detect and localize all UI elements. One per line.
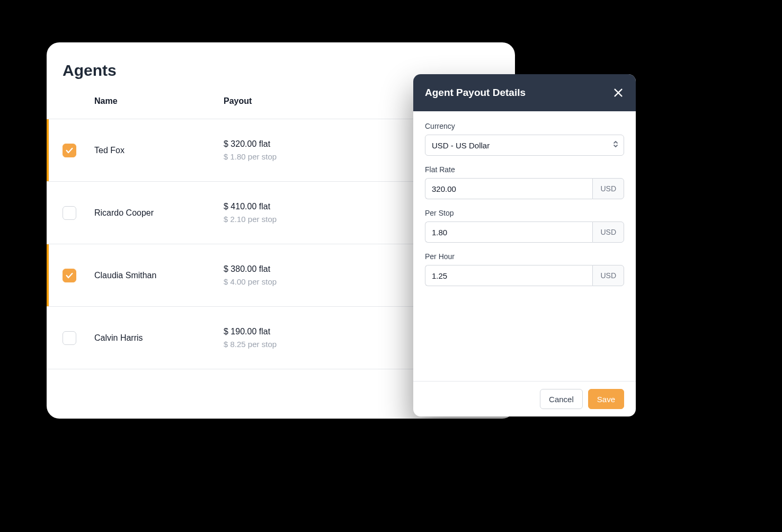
row-checkbox[interactable]: [63, 144, 76, 157]
column-header-name: Name: [94, 96, 224, 106]
save-button[interactable]: Save: [588, 389, 624, 409]
per-stop-label: Per Stop: [425, 209, 624, 217]
payout-cell: $ 380.00 flat$ 4.00 per stop: [224, 264, 277, 286]
currency-label: Currency: [425, 122, 624, 130]
close-icon: [612, 87, 624, 99]
per-stop-field: Per Stop USD: [425, 209, 624, 243]
payout-per-stop: $ 1.80 per stop: [224, 152, 277, 161]
cancel-button[interactable]: Cancel: [540, 389, 583, 409]
payout-cell: $ 410.00 flat$ 2.10 per stop: [224, 202, 277, 224]
panel-footer: Cancel Save: [413, 381, 636, 416]
agent-name: Ted Fox: [94, 146, 224, 155]
agent-name: Ricardo Cooper: [94, 208, 224, 218]
per-hour-field: Per Hour USD: [425, 252, 624, 286]
check-icon: [65, 271, 74, 280]
panel-body: Currency Flat Rate USD Per Stop USD: [413, 111, 636, 381]
payout-flat: $ 380.00 flat: [224, 264, 277, 274]
payout-flat: $ 190.00 flat: [224, 327, 277, 336]
payout-flat: $ 320.00 flat: [224, 139, 277, 149]
payout-per-stop: $ 8.25 per stop: [224, 340, 277, 349]
panel-title: Agent Payout Details: [425, 87, 526, 99]
per-stop-input[interactable]: [425, 221, 592, 243]
close-button[interactable]: [612, 87, 624, 99]
payout-cell: $ 190.00 flat$ 8.25 per stop: [224, 327, 277, 349]
column-header-payout: Payout: [224, 96, 252, 106]
per-hour-input[interactable]: [425, 265, 592, 286]
currency-select[interactable]: [425, 135, 624, 156]
row-checkbox[interactable]: [63, 269, 76, 282]
agent-name: Calvin Harris: [94, 333, 224, 343]
payout-flat: $ 410.00 flat: [224, 202, 277, 211]
flat-rate-suffix: USD: [592, 178, 624, 199]
flat-rate-field: Flat Rate USD: [425, 165, 624, 199]
payout-details-panel: Agent Payout Details Currency Flat Rate …: [413, 74, 636, 416]
per-hour-label: Per Hour: [425, 252, 624, 261]
select-chevron-icon: [612, 140, 619, 150]
payout-cell: $ 320.00 flat$ 1.80 per stop: [224, 139, 277, 161]
currency-input[interactable]: [425, 135, 624, 156]
currency-field: Currency: [425, 122, 624, 156]
flat-rate-input[interactable]: [425, 178, 592, 199]
agent-name: Claudia Smithan: [94, 271, 224, 280]
payout-per-stop: $ 2.10 per stop: [224, 215, 277, 224]
row-checkbox[interactable]: [63, 206, 76, 220]
per-stop-suffix: USD: [592, 221, 624, 243]
per-hour-suffix: USD: [592, 265, 624, 286]
row-checkbox[interactable]: [63, 331, 76, 345]
payout-per-stop: $ 4.00 per stop: [224, 277, 277, 286]
panel-header: Agent Payout Details: [413, 74, 636, 111]
flat-rate-label: Flat Rate: [425, 165, 624, 174]
check-icon: [65, 146, 74, 155]
